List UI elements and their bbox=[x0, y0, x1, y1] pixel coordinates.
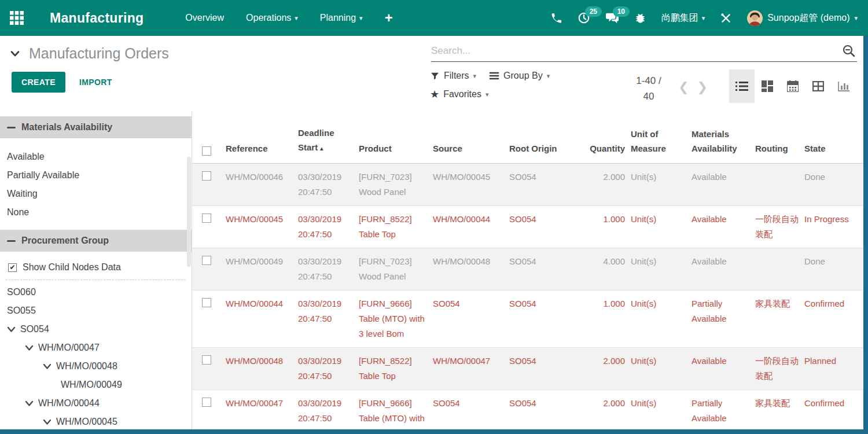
pager-prev-button[interactable]: ❮ bbox=[678, 81, 689, 94]
facet-item[interactable]: Available bbox=[0, 148, 192, 166]
search-input[interactable] bbox=[431, 43, 857, 62]
cell-state: Done bbox=[804, 164, 856, 205]
import-button[interactable]: IMPORT bbox=[79, 78, 112, 87]
chevron-down-icon bbox=[43, 419, 52, 425]
pager-next-button[interactable]: ❯ bbox=[697, 81, 707, 94]
tree-item[interactable]: WH/MO/00044 bbox=[0, 397, 192, 410]
tree-item-label: WH/MO/00049 bbox=[61, 378, 122, 391]
cell bbox=[192, 206, 226, 248]
chevron-down-icon: ▾ bbox=[486, 91, 489, 98]
kanban-view-button[interactable] bbox=[755, 69, 780, 103]
view-switcher bbox=[729, 69, 856, 103]
cell-routing: 一阶段自动装配 bbox=[755, 348, 804, 389]
cell-root-origin: SO054 bbox=[509, 290, 586, 347]
breadcrumb-chevron-icon[interactable] bbox=[10, 50, 20, 57]
tree-item[interactable]: WH/MO/00048 bbox=[0, 360, 192, 373]
sidebar-scrollbar[interactable] bbox=[187, 157, 191, 267]
row-checkbox[interactable] bbox=[202, 298, 211, 307]
tree-item[interactable]: SO060 bbox=[0, 286, 192, 299]
cell bbox=[192, 164, 226, 205]
tree-item-label: WH/MO/00047 bbox=[38, 341, 100, 354]
cell-root-origin: SO054 bbox=[509, 248, 586, 290]
tree-item[interactable]: SO055 bbox=[0, 304, 192, 317]
cell-product: [FURN_8522] Table Top bbox=[359, 206, 433, 248]
table-row[interactable]: WH/MO/0004603/30/201920:47:50[FURN_7023]… bbox=[192, 164, 868, 206]
user-menu[interactable]: Sunpop超管 (demo) ▾ bbox=[747, 10, 858, 26]
chevron-down-icon: ▾ bbox=[295, 15, 298, 21]
table-row[interactable]: WH/MO/0004903/30/201920:47:50[FURN_7023]… bbox=[192, 248, 868, 290]
show-child-nodes-checkbox[interactable]: ✔ Show Child Nodes Data bbox=[0, 258, 192, 274]
column-header-state[interactable]: State bbox=[804, 141, 856, 163]
cell-reference: WH/MO/00046 bbox=[226, 164, 298, 205]
menu-planning[interactable]: Planning ▾ bbox=[320, 13, 363, 23]
column-header-root-origin[interactable]: Root Origin bbox=[509, 141, 586, 163]
column-header-quantity[interactable]: Quantity bbox=[586, 141, 631, 163]
section-materials-availability[interactable]: Materials Availability bbox=[0, 116, 192, 138]
cell-quantity: 4.000 bbox=[586, 248, 631, 290]
quick-add-button[interactable]: + bbox=[385, 11, 393, 25]
magnifier-minus-icon[interactable] bbox=[842, 44, 856, 58]
bug-icon[interactable] bbox=[634, 12, 646, 24]
cell-reference: WH/MO/00044 bbox=[226, 290, 298, 347]
column-header-deadline-start[interactable]: Deadline Start▴ bbox=[298, 126, 359, 163]
section-procurement-group[interactable]: Procurement Group bbox=[0, 230, 192, 252]
column-header-uom[interactable]: Unit of Measure bbox=[631, 127, 692, 163]
tree-item[interactable]: WH/MO/00045 bbox=[0, 415, 192, 428]
graph-view-button[interactable] bbox=[831, 69, 856, 103]
phone-icon[interactable] bbox=[550, 12, 562, 24]
cell-quantity: 2.000 bbox=[586, 348, 631, 389]
messages-chat-icon[interactable]: 10 bbox=[605, 12, 619, 24]
table-row[interactable]: WH/MO/0004803/30/201920:47:50[FURN_8522]… bbox=[192, 348, 868, 390]
activities-clock-icon[interactable]: 25 bbox=[578, 12, 590, 24]
cell-deadline-start: 03/30/201920:47:50 bbox=[298, 348, 359, 389]
tree-item-label: WH/MO/00044 bbox=[38, 397, 100, 410]
row-checkbox[interactable] bbox=[202, 256, 211, 265]
cell-product: [FURN_7023] Wood Panel bbox=[359, 164, 433, 205]
cell-quantity: 1.000 bbox=[586, 206, 631, 248]
group-by-menu[interactable]: Group By ▾ bbox=[489, 71, 550, 81]
row-checkbox[interactable] bbox=[202, 171, 211, 181]
list-view-button[interactable] bbox=[729, 69, 755, 103]
row-checkbox[interactable] bbox=[202, 355, 211, 365]
column-header-source[interactable]: Source bbox=[433, 141, 509, 163]
facet-item[interactable]: Waiting bbox=[0, 185, 192, 203]
menu-operations[interactable]: Operations ▾ bbox=[246, 13, 298, 23]
row-checkbox[interactable] bbox=[202, 398, 211, 407]
filter-bar: Filters ▾ Group By ▾ ★ Favorites ▾ bbox=[430, 71, 621, 108]
cell-routing bbox=[755, 164, 804, 205]
activities-badge: 25 bbox=[585, 6, 602, 17]
column-header-reference[interactable]: Reference bbox=[226, 141, 298, 163]
user-name: Sunpop超管 (demo) bbox=[767, 12, 849, 24]
apps-grid-icon[interactable] bbox=[8, 9, 25, 27]
table-row[interactable]: WH/MO/0004703/30/201920:47:50[FURN_9666]… bbox=[192, 390, 868, 429]
vertical-scrollbar[interactable] bbox=[863, 36, 868, 429]
tree-item[interactable]: WH/MO/00047 bbox=[0, 341, 192, 354]
row-checkbox[interactable] bbox=[202, 214, 211, 223]
tree-item[interactable]: WH/MO/00049 bbox=[0, 378, 192, 391]
pivot-view-button[interactable] bbox=[806, 69, 831, 103]
column-header-product[interactable]: Product bbox=[359, 141, 433, 163]
chevron-down-icon bbox=[43, 363, 52, 370]
column-header-materials-availability[interactable]: Materials Availability bbox=[692, 127, 755, 163]
tree-item-label: WH/MO/00045 bbox=[56, 415, 117, 428]
tree-item[interactable]: SO054 bbox=[0, 323, 192, 336]
select-all-checkbox[interactable] bbox=[202, 146, 211, 156]
cell-product: [FURN_9666] Table (MTO) with 3 level Bom bbox=[359, 390, 433, 429]
favorites-menu[interactable]: ★ Favorites ▾ bbox=[430, 88, 488, 101]
table-row[interactable]: WH/MO/0004503/30/201920:47:50[FURN_8522]… bbox=[192, 206, 868, 248]
create-button[interactable]: CREATE bbox=[12, 72, 65, 93]
cell-state: Planned bbox=[804, 348, 856, 389]
menu-overview[interactable]: Overview bbox=[185, 13, 224, 23]
horizontal-scrollbar[interactable] bbox=[0, 429, 868, 434]
table-row[interactable]: WH/MO/0004403/30/201920:47:50[FURN_9666]… bbox=[192, 290, 868, 348]
tools-icon[interactable] bbox=[720, 12, 732, 24]
checkbox-checked-icon: ✔ bbox=[8, 263, 17, 272]
filters-menu[interactable]: Filters ▾ bbox=[430, 71, 476, 81]
app-title: Manufacturing bbox=[50, 10, 144, 26]
calendar-view-button[interactable] bbox=[780, 69, 806, 103]
column-header-routing[interactable]: Routing bbox=[755, 141, 804, 163]
facet-item[interactable]: Partially Available bbox=[0, 166, 192, 185]
tree-item-label: SO060 bbox=[7, 286, 36, 299]
company-switcher[interactable]: 尚鹏集团 ▾ bbox=[661, 12, 705, 24]
facet-item[interactable]: None bbox=[0, 203, 192, 222]
